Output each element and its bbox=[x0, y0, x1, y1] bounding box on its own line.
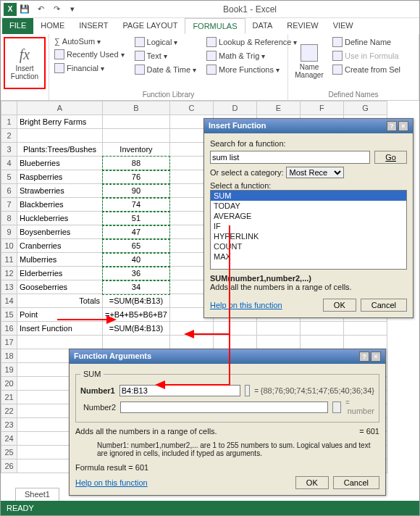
row-header[interactable]: 19 bbox=[1, 363, 17, 377]
qat-dropdown-icon[interactable]: ▾ bbox=[66, 3, 79, 16]
name-manager-button[interactable]: Name Manager bbox=[291, 36, 327, 88]
cancel-button[interactable]: Cancel bbox=[361, 299, 407, 312]
tab-formulas[interactable]: FORMULAS bbox=[185, 18, 245, 34]
cancel-button[interactable]: Cancel bbox=[333, 476, 379, 489]
cell[interactable] bbox=[256, 336, 300, 349]
lookup-button[interactable]: Lookup & Reference ▾ bbox=[204, 36, 299, 49]
go-button[interactable]: Go bbox=[374, 151, 407, 164]
function-list-item[interactable]: AVERAGE bbox=[211, 211, 406, 221]
function-list-item[interactable]: COUNT bbox=[211, 241, 406, 251]
close-icon[interactable]: × bbox=[398, 121, 408, 131]
cell[interactable]: 40 bbox=[103, 253, 170, 267]
cell[interactable] bbox=[300, 336, 343, 349]
cell[interactable] bbox=[103, 336, 170, 349]
save-icon[interactable]: 💾 bbox=[18, 3, 31, 16]
cell[interactable]: 74 bbox=[103, 198, 170, 212]
row-header[interactable]: 11 bbox=[1, 253, 17, 267]
row-header[interactable]: 20 bbox=[1, 377, 17, 391]
help-icon[interactable]: ? bbox=[359, 351, 369, 362]
create-from-selection-button[interactable]: Create from Sel bbox=[330, 63, 403, 76]
tab-data[interactable]: DATA bbox=[245, 18, 280, 34]
row-header[interactable]: 8 bbox=[1, 212, 17, 225]
row-header[interactable]: 7 bbox=[1, 198, 17, 212]
col-header-D[interactable]: D bbox=[213, 101, 256, 115]
cell[interactable]: =SUM(B4:B13) bbox=[103, 294, 170, 308]
row-header[interactable]: 13 bbox=[1, 280, 17, 294]
function-list-item[interactable]: SUM bbox=[211, 191, 406, 201]
number2-input[interactable] bbox=[120, 401, 328, 413]
cell[interactable]: Huckleberries bbox=[17, 212, 103, 225]
tab-view[interactable]: VIEW bbox=[326, 18, 361, 34]
cell[interactable] bbox=[343, 336, 387, 349]
cell[interactable]: 65 bbox=[103, 239, 170, 253]
function-list[interactable]: SUMTODAYAVERAGEIFHYPERLINKCOUNTMAX bbox=[210, 190, 407, 270]
function-list-item[interactable]: IF bbox=[211, 221, 406, 231]
col-header-F[interactable]: F bbox=[300, 101, 343, 115]
row-header[interactable]: 4 bbox=[1, 157, 17, 170]
function-list-item[interactable]: HYPERLINK bbox=[211, 231, 406, 241]
use-in-formula-button[interactable]: Use in Formula bbox=[330, 49, 403, 62]
row-header[interactable]: 17 bbox=[1, 336, 17, 349]
col-header-B[interactable]: B bbox=[103, 101, 170, 115]
sheet-tab[interactable]: Sheet1 bbox=[15, 488, 59, 501]
row-header[interactable]: 21 bbox=[1, 391, 17, 404]
cell[interactable] bbox=[213, 322, 256, 336]
cell[interactable] bbox=[213, 336, 256, 349]
close-icon[interactable]: × bbox=[371, 351, 381, 362]
row-header[interactable]: 15 bbox=[1, 308, 17, 322]
ok-button[interactable]: OK bbox=[295, 476, 329, 489]
col-header-A[interactable]: A bbox=[17, 101, 103, 115]
tab-page-layout[interactable]: PAGE LAYOUT bbox=[115, 18, 185, 34]
cell[interactable] bbox=[300, 322, 343, 336]
cell[interactable] bbox=[169, 322, 213, 336]
cell[interactable] bbox=[169, 336, 213, 349]
undo-icon[interactable]: ↶ bbox=[34, 3, 47, 16]
autosum-button[interactable]: ∑AutoSum ▾ bbox=[52, 36, 127, 47]
cell[interactable]: Gooseberries bbox=[17, 280, 103, 294]
logical-button[interactable]: Logical ▾ bbox=[133, 36, 199, 49]
cell[interactable]: Cranberries bbox=[17, 239, 103, 253]
tab-home[interactable]: HOME bbox=[33, 18, 72, 34]
col-header-G[interactable]: G bbox=[343, 101, 387, 115]
tab-review[interactable]: REVIEW bbox=[280, 18, 325, 34]
cell[interactable]: Elderberries bbox=[17, 267, 103, 280]
col-header-E[interactable]: E bbox=[256, 101, 300, 115]
search-input[interactable] bbox=[210, 151, 370, 164]
function-list-item[interactable]: MAX bbox=[211, 251, 406, 262]
cell[interactable]: Strawberries bbox=[17, 184, 103, 198]
cell[interactable]: Raspberries bbox=[17, 170, 103, 184]
cell[interactable] bbox=[103, 115, 170, 129]
more-functions-button[interactable]: More Functions ▾ bbox=[204, 63, 299, 76]
define-name-button[interactable]: Define Name bbox=[330, 36, 403, 49]
cell[interactable]: Bright Berry Farms bbox=[17, 115, 103, 129]
row-header[interactable]: 1 bbox=[1, 115, 17, 129]
category-select[interactable]: Most Rece bbox=[286, 167, 344, 178]
row-header[interactable]: 24 bbox=[1, 432, 17, 446]
financial-button[interactable]: Financial ▾ bbox=[52, 62, 127, 75]
row-header[interactable]: 6 bbox=[1, 184, 17, 198]
help-icon[interactable]: ? bbox=[387, 121, 397, 131]
cell[interactable] bbox=[256, 322, 300, 336]
row-header[interactable]: 3 bbox=[1, 143, 17, 157]
math-button[interactable]: Math & Trig ▾ bbox=[204, 49, 299, 62]
row-header[interactable]: 18 bbox=[1, 349, 17, 363]
cell[interactable]: Blueberries bbox=[17, 157, 103, 170]
cell[interactable]: Inventory bbox=[103, 143, 170, 157]
text-button[interactable]: Text ▾ bbox=[133, 49, 199, 62]
row-header[interactable]: 22 bbox=[1, 404, 17, 418]
cell[interactable]: 36 bbox=[103, 267, 170, 280]
number1-input[interactable] bbox=[119, 385, 240, 396]
cell[interactable]: Boysenberries bbox=[17, 225, 103, 239]
ok-button[interactable]: OK bbox=[323, 299, 356, 312]
cell[interactable]: 90 bbox=[103, 184, 170, 198]
cell[interactable]: 76 bbox=[103, 170, 170, 184]
cell[interactable]: Mulberries bbox=[17, 253, 103, 267]
row-header[interactable]: 25 bbox=[1, 446, 17, 459]
cell[interactable]: =+B4+B5+B6+B7 bbox=[103, 308, 170, 322]
cell[interactable]: 47 bbox=[103, 225, 170, 239]
row-header[interactable]: 14 bbox=[1, 294, 17, 308]
cell[interactable]: Insert Function bbox=[17, 322, 103, 336]
help-link[interactable]: Help on this function bbox=[210, 301, 282, 309]
cell[interactable] bbox=[343, 322, 387, 336]
row-header[interactable]: 16 bbox=[1, 322, 17, 336]
